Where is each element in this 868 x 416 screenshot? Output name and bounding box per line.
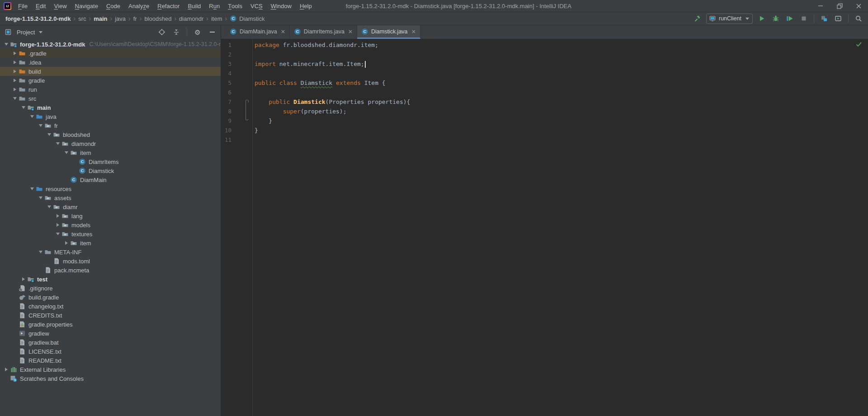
fold-marker-icon[interactable] (231, 116, 252, 126)
search-everywhere-button[interactable] (854, 14, 863, 23)
code-line-3[interactable]: 3import net.minecraft.item.Item; (221, 59, 868, 69)
chevron-expanded-icon[interactable] (20, 106, 27, 109)
chevron-collapsed-icon[interactable] (3, 368, 10, 371)
tree-row-gradle[interactable]: .gradle (0, 49, 221, 58)
tab-diamritems-java[interactable]: CDiamrItems.java (290, 25, 357, 39)
tree-row-diamr[interactable]: diamr (0, 202, 221, 211)
line-number[interactable]: 7 (221, 97, 231, 107)
tree-row-meta-inf[interactable]: META-INF (0, 248, 221, 257)
menu-window[interactable]: Window (267, 0, 296, 12)
chevron-expanded-icon[interactable] (46, 133, 53, 136)
project-panel-title[interactable]: Project (17, 29, 35, 36)
menu-edit[interactable]: Edit (32, 0, 50, 12)
tree-row-gradle[interactable]: gradle (0, 76, 221, 85)
breadcrumb-item-diamondr[interactable]: diamondr (178, 15, 204, 22)
tree-row-changelog-txt[interactable]: changelog.txt (0, 302, 221, 311)
line-number[interactable]: 3 (221, 59, 231, 69)
code-text[interactable]: } (252, 126, 258, 135)
close-button[interactable] (849, 0, 868, 12)
chevron-expanded-icon[interactable] (28, 187, 36, 190)
tree-row-java[interactable]: java (0, 112, 221, 121)
code-text[interactable]: } (252, 116, 272, 126)
tree-row-gitignore[interactable]: .gitignore (0, 284, 221, 293)
tree-row-forge-1-15-2-31-2-0-mdk[interactable]: forge-1.15.2-31.2.0-mdkC:\Users\camil\De… (0, 40, 221, 49)
hide-panel-button[interactable] (207, 27, 217, 37)
tree-row-mods-toml[interactable]: mods.toml (0, 257, 221, 266)
breadcrumb-item-fr[interactable]: fr (132, 15, 138, 22)
line-number[interactable]: 10 (221, 126, 231, 135)
chevron-expanded-icon[interactable] (46, 206, 53, 208)
menu-vcs[interactable]: VCS (246, 0, 267, 12)
tree-row-scratches-and-consoles[interactable]: Scratches and Consoles (0, 374, 221, 383)
line-number[interactable]: 8 (221, 107, 231, 116)
close-tab-icon[interactable] (281, 29, 285, 34)
tree-row-build[interactable]: build (0, 67, 221, 76)
breadcrumb-item-diamstick[interactable]: CDiamstick (229, 15, 265, 22)
tree-row-diamstick[interactable]: CDiamstick (0, 166, 221, 175)
tree-row-run[interactable]: run (0, 85, 221, 94)
code-text[interactable]: public class Diamstick extends Item { (252, 78, 386, 88)
chevron-collapsed-icon[interactable] (20, 277, 27, 281)
tree-row-test[interactable]: test (0, 275, 221, 284)
tree-row-resources[interactable]: resources (0, 184, 221, 193)
chevron-collapsed-icon[interactable] (63, 241, 70, 245)
code-line-2[interactable]: 2 (221, 50, 868, 59)
tree-row-main[interactable]: main (0, 103, 221, 112)
chevron-collapsed-icon[interactable] (54, 214, 61, 218)
breadcrumb-item-bloodshed[interactable]: bloodshed (143, 15, 172, 22)
menu-file[interactable]: File (14, 0, 32, 12)
tree-row-src[interactable]: src (0, 94, 221, 103)
collapse-all-button[interactable] (171, 27, 181, 37)
tree-row-lang[interactable]: lang (0, 211, 221, 220)
code-line-11[interactable]: 11 (221, 135, 868, 145)
code-line-10[interactable]: 10} (221, 126, 868, 135)
breadcrumb-item-java[interactable]: java (114, 15, 127, 22)
chevron-expanded-icon[interactable] (11, 97, 19, 100)
chevron-collapsed-icon[interactable] (11, 61, 19, 64)
tree-row-gradle-properties[interactable]: gradle.properties (0, 320, 221, 329)
fold-marker-icon[interactable] (231, 107, 252, 116)
tree-row-idea[interactable]: .idea (0, 58, 221, 67)
tree-row-diamondr[interactable]: diamondr (0, 139, 221, 148)
menu-help[interactable]: Help (296, 0, 316, 12)
close-tab-icon[interactable] (348, 29, 353, 34)
settings-gear-button[interactable]: ⚙ (193, 27, 203, 37)
code-line-7[interactable]: 7 public Diamstick(Properties properties… (221, 97, 868, 107)
menu-build[interactable]: Build (184, 0, 205, 12)
tree-row-bloodshed[interactable]: bloodshed (0, 130, 221, 139)
tree-row-pack-mcmeta[interactable]: pack.mcmeta (0, 266, 221, 275)
tree-row-readme-txt[interactable]: README.txt (0, 356, 221, 365)
run-button[interactable] (757, 14, 767, 23)
tree-row-gradlew[interactable]: gradlew (0, 329, 221, 338)
tab-diammain-java[interactable]: CDiamMain.java (226, 25, 290, 39)
code-text[interactable]: import net.minecraft.item.Item; (252, 59, 366, 69)
code-line-8[interactable]: 8 super(properties); (221, 107, 868, 116)
line-number[interactable]: 1 (221, 40, 231, 50)
code-line-1[interactable]: 1package fr.bloodshed.diamondr.item; (221, 40, 868, 50)
chevron-collapsed-icon[interactable] (11, 88, 19, 91)
chevron-expanded-icon[interactable] (37, 196, 44, 199)
tab-diamstick-java[interactable]: CDiamstick.java (357, 25, 420, 39)
tree-row-license-txt[interactable]: LICENSE.txt (0, 347, 221, 356)
chevron-collapsed-icon[interactable] (11, 51, 19, 55)
chevron-collapsed-icon[interactable] (54, 223, 61, 227)
chevron-expanded-icon[interactable] (54, 142, 61, 145)
breadcrumb-item-src[interactable]: src (77, 15, 87, 22)
menu-refactor[interactable]: Refactor (153, 0, 184, 12)
locate-file-button[interactable] (157, 27, 167, 37)
code-text[interactable]: public Diamstick(Properties properties){ (252, 97, 410, 107)
code-line-9[interactable]: 9 } (221, 116, 868, 126)
code-text[interactable]: package fr.bloodshed.diamondr.item; (252, 40, 378, 50)
menu-code[interactable]: Code (102, 0, 124, 12)
tree-row-assets[interactable]: assets (0, 193, 221, 202)
chevron-collapsed-icon[interactable] (11, 79, 19, 82)
inspection-ok-icon[interactable] (855, 41, 862, 49)
tree-row-diammain[interactable]: CDiamMain (0, 175, 221, 184)
line-number[interactable]: 6 (221, 88, 231, 97)
line-number[interactable]: 5 (221, 78, 231, 88)
run-anything-button[interactable] (833, 14, 843, 23)
stop-button[interactable] (799, 14, 809, 23)
restore-button[interactable] (830, 0, 849, 12)
code-line-5[interactable]: 5public class Diamstick extends Item { (221, 78, 868, 88)
code-line-4[interactable]: 4 (221, 69, 868, 78)
